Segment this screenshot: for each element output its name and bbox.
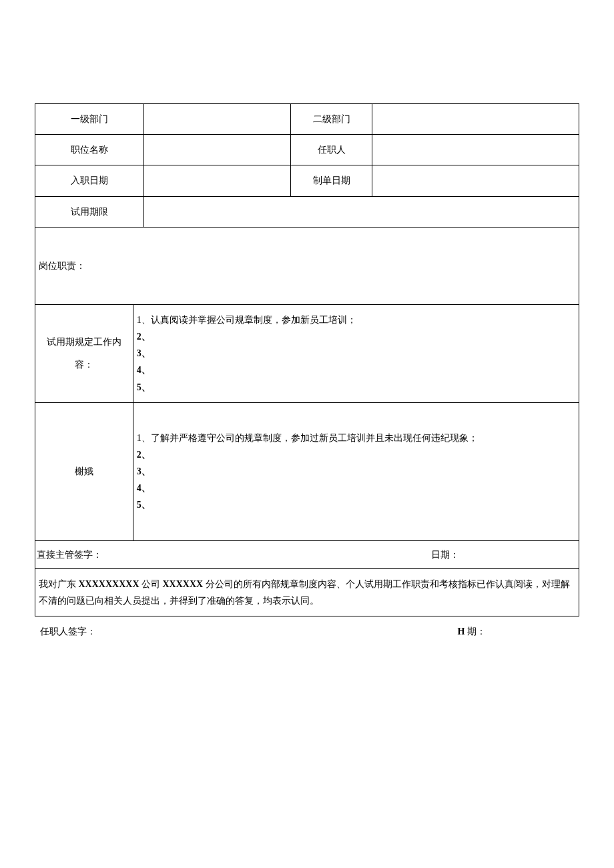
- footer-date: H 期：: [458, 623, 579, 640]
- value-primary-dept: [143, 104, 290, 135]
- footer-date-suffix: 期：: [465, 626, 487, 636]
- label-entry-date: 入职日期: [35, 165, 144, 196]
- declaration-mid1: 公司: [139, 579, 163, 589]
- job-duty-row: 岗位职责：: [35, 227, 579, 304]
- evaluation-line-5: 5、: [137, 496, 575, 513]
- probation-work-line-1: 1、认真阅读并掌握公司规章制度，参加新员工培训；: [137, 312, 575, 328]
- probation-work-line-3: 3、: [137, 345, 575, 362]
- job-duty-cell: 岗位职责：: [35, 227, 579, 304]
- header-row-1: 一级部门 二级部门: [35, 104, 579, 135]
- value-secondary-dept: [372, 104, 579, 135]
- probation-work-line-5: 5、: [137, 379, 575, 396]
- declaration-company-2: XXXXXX: [163, 579, 204, 589]
- declaration-row: 我对广东 XXXXXXXXX 公司 XXXXXX 分公司的所有内部规章制度内容、…: [35, 568, 579, 616]
- declaration-cell: 我对广东 XXXXXXXXX 公司 XXXXXX 分公司的所有内部规章制度内容、…: [35, 568, 579, 616]
- value-entry-date: [143, 165, 290, 196]
- label-form-date: 制单日期: [291, 165, 372, 196]
- value-probation-period: [143, 196, 579, 227]
- label-secondary-dept: 二级部门: [291, 104, 372, 135]
- holder-sign-label: 任职人签字：: [35, 623, 96, 640]
- header-row-2: 职位名称 任职人: [35, 135, 579, 165]
- label-probation-period: 试用期限: [35, 196, 144, 227]
- footer-date-h: H: [458, 626, 465, 636]
- evaluation-line-2: 2、: [137, 446, 575, 463]
- probation-work-content: 1、认真阅读并掌握公司规章制度，参加新员工培训； 2、 3、 4、 5、: [133, 304, 579, 402]
- probation-work-label: 试用期规定工作内容：: [35, 304, 133, 402]
- probation-work-row: 试用期规定工作内容： 1、认真阅读并掌握公司规章制度，参加新员工培训； 2、 3…: [35, 304, 579, 402]
- probation-work-line-4: 4、: [137, 362, 575, 378]
- evaluation-line-1: 1、了解并严格遵守公司的规章制度，参加过新员工培训并且未出现任何违纪现象；: [137, 430, 575, 446]
- evaluation-label: 榭娥: [35, 402, 133, 540]
- value-position: [143, 135, 290, 165]
- declaration-company-1: XXXXXXXXX: [79, 579, 139, 589]
- document-page: 一级部门 二级部门 职位名称 任职人 入职日期 制单日期 试用期限 岗位职责： …: [0, 0, 614, 680]
- label-holder: 任职人: [291, 135, 372, 165]
- evaluation-line-3: 3、: [137, 463, 575, 480]
- form-table: 一级部门 二级部门 职位名称 任职人 入职日期 制单日期 试用期限 岗位职责： …: [35, 103, 579, 616]
- evaluation-line-4: 4、: [137, 480, 575, 496]
- evaluation-row: 榭娥 1、了解并严格遵守公司的规章制度，参加过新员工培训并且未出现任何违纪现象；…: [35, 402, 579, 540]
- declaration-prefix: 我对广东: [39, 579, 79, 589]
- evaluation-content: 1、了解并严格遵守公司的规章制度，参加过新员工培训并且未出现任何违纪现象； 2、…: [133, 402, 579, 540]
- header-row-4: 试用期限: [35, 196, 579, 227]
- label-position: 职位名称: [35, 135, 144, 165]
- value-holder: [372, 135, 579, 165]
- header-row-3: 入职日期 制单日期: [35, 165, 579, 196]
- supervisor-date-label: 日期：: [431, 550, 459, 560]
- supervisor-sign-row: 直接主管签字：日期：: [35, 540, 579, 568]
- label-primary-dept: 一级部门: [35, 104, 144, 135]
- supervisor-sign-cell: 直接主管签字：日期：: [35, 540, 579, 568]
- value-form-date: [372, 165, 579, 196]
- supervisor-sign-label: 直接主管签字：: [37, 546, 431, 563]
- job-duty-label: 岗位职责：: [39, 261, 85, 271]
- footer-row: 任职人签字： H 期：: [35, 623, 579, 640]
- probation-work-line-2: 2、: [137, 328, 575, 345]
